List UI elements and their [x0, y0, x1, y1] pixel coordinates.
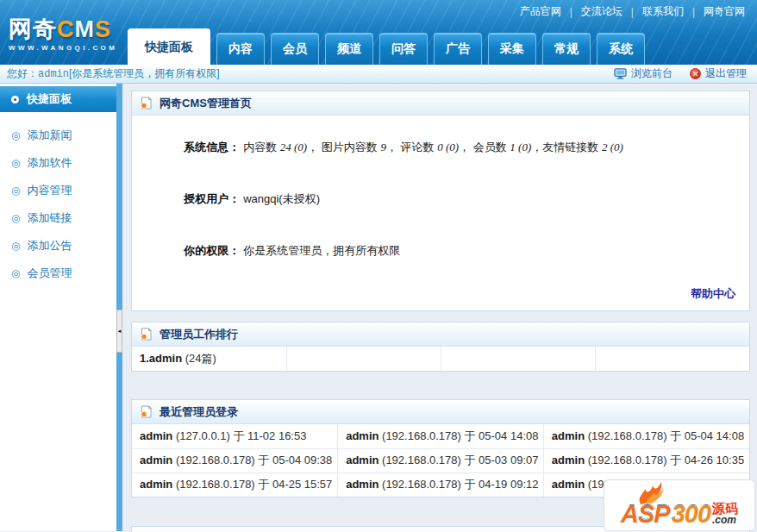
- login-entry: admin (192.168.0.178) 于 04-19 09:12: [338, 473, 544, 497]
- top-links: 产品官网 | 交流论坛 | 联系我们 | 网奇官网: [520, 4, 745, 19]
- auth-user-line: 授权用户：wangqi(未授权): [153, 178, 734, 220]
- logo-subtitle: WWW.WANGQI.COM: [9, 45, 117, 52]
- panel-title: 网奇CMS管理首页: [160, 96, 252, 111]
- tab-member[interactable]: 会员: [271, 33, 319, 65]
- sidebar-item-add-news[interactable]: ◎ 添加新闻: [0, 122, 116, 148]
- radio-bullet-icon: [11, 96, 19, 103]
- login-entry: admin (192.168.0.178) 于 04-26 10:35: [543, 448, 749, 473]
- top-link-product-site[interactable]: 产品官网: [520, 4, 561, 19]
- asp-logo-com: .com: [712, 515, 736, 525]
- top-link-separator: |: [692, 6, 695, 18]
- top-link-forum[interactable]: 交流论坛: [581, 4, 622, 19]
- ranking-cell: 1.admin (24篇): [132, 347, 286, 371]
- panel-cms-home: 网奇CMS管理首页 系统信息：内容数 24 (0)， 图片内容数 9， 评论数 …: [131, 91, 750, 311]
- login-entry: admin (192.168.0.178) 于 05-04 14:08: [543, 424, 749, 448]
- monitor-icon: [614, 68, 627, 79]
- help-center-link[interactable]: 帮助中心: [691, 287, 735, 300]
- bullseye-icon: ◎: [11, 241, 20, 251]
- top-link-contact[interactable]: 联系我们: [642, 4, 684, 19]
- login-entry: admin (127.0.0.1) 于 11-02 16:53: [132, 424, 338, 448]
- top-link-separator: |: [570, 6, 572, 18]
- ranking-cell: [595, 347, 749, 371]
- top-link-official-site[interactable]: 网奇官网: [704, 4, 745, 19]
- asp-logo-text: ASP: [621, 503, 670, 525]
- panel-title: 管理员工作排行: [160, 327, 238, 342]
- sidebar-item-add-notice[interactable]: ◎ 添加公告: [0, 233, 116, 259]
- panel-title: 最近管理员登录: [160, 404, 238, 420]
- sidebar-collapse-handle[interactable]: ◄: [116, 310, 122, 353]
- asp300-logo[interactable]: ASP300 源码 .com: [604, 479, 755, 531]
- logo-text-cn: 网奇: [9, 16, 57, 42]
- panel-admin-ranking: 管理员工作排行 1.admin (24篇): [131, 322, 750, 372]
- logo-letter-s: S: [95, 16, 111, 42]
- login-entry: admin (192.168.0.178) 于 05-04 14:08: [338, 424, 544, 448]
- app-header: 产品官网 | 交流论坛 | 联系我们 | 网奇官网 网奇CMS WWW.WANG…: [0, 0, 757, 65]
- bullseye-icon: ◎: [11, 130, 20, 141]
- main-nav-tabs: 快捷面板 内容 会员 频道 问答 广告 采集 常规 系统: [128, 28, 645, 65]
- bullseye-icon: ◎: [11, 268, 20, 279]
- greeting-text: 您好：admin[你是系统管理员，拥有所有权限]: [7, 66, 220, 81]
- login-entry: admin (192.168.0.178) 于 05-03 09:07: [338, 448, 544, 473]
- top-link-separator: |: [631, 6, 634, 18]
- asp-logo-number: 300: [672, 503, 710, 525]
- table-row: admin (127.0.0.1) 于 11-02 16:53 admin (1…: [132, 424, 749, 448]
- ranking-table: 1.admin (24篇): [132, 347, 749, 371]
- tab-qa[interactable]: 问答: [379, 33, 428, 65]
- sidebar: 快捷面板 ◎ 添加新闻 ◎ 添加软件 ◎ 内容管理 ◎ 添加链接 ◎ 添加公告: [0, 84, 116, 531]
- bullseye-icon: ◎: [11, 158, 20, 168]
- tab-content[interactable]: 内容: [216, 33, 265, 65]
- ranking-cell: [441, 347, 595, 371]
- asp-logo-cn: 源码: [712, 502, 738, 515]
- collapse-arrow-icon: ◄: [117, 329, 122, 334]
- sidebar-item-member-manage[interactable]: ◎ 会员管理: [0, 260, 116, 286]
- document-icon: [140, 405, 153, 418]
- logo-letter-m: M: [75, 16, 96, 42]
- tab-general[interactable]: 常规: [542, 33, 591, 65]
- logout-link[interactable]: ✕ 退出管理: [690, 66, 747, 81]
- tab-quick-panel[interactable]: 快捷面板: [128, 28, 210, 65]
- main-content: 网奇CMS管理首页 系统信息：内容数 24 (0)， 图片内容数 9， 评论数 …: [122, 84, 757, 531]
- tab-channel[interactable]: 频道: [325, 33, 373, 65]
- login-entry: admin (192.168.0.178) 于 05-04 09:38: [132, 448, 338, 473]
- system-info-line: 系统信息：内容数 24 (0)， 图片内容数 9， 评论数 0 (0)， 会员数…: [153, 127, 734, 168]
- current-username: admin: [38, 68, 69, 80]
- tab-ads[interactable]: 广告: [434, 33, 482, 65]
- browse-frontend-link[interactable]: 浏览前台: [614, 66, 673, 81]
- tab-collect[interactable]: 采集: [488, 33, 536, 65]
- user-status-bar: 您好：admin[你是系统管理员，拥有所有权限] 浏览前台 ✕ 退出管理: [0, 65, 757, 84]
- flame-icon: [629, 482, 680, 504]
- login-entry: admin (192.168.0.178) 于 04-25 15:57: [132, 473, 338, 497]
- tab-system[interactable]: 系统: [597, 33, 645, 65]
- table-row: admin (192.168.0.178) 于 05-04 09:38 admi…: [132, 448, 749, 473]
- sidebar-splitter[interactable]: ◄: [116, 84, 122, 531]
- wangqi-cms-logo: 网奇CMS WWW.WANGQI.COM: [9, 18, 117, 52]
- document-icon: [140, 97, 153, 110]
- sidebar-item-add-link[interactable]: ◎ 添加链接: [0, 205, 116, 231]
- document-icon: [140, 328, 153, 341]
- table-row: 1.admin (24篇): [132, 347, 749, 371]
- ranking-cell: [286, 347, 441, 371]
- bullseye-icon: ◎: [11, 213, 20, 223]
- logo-letter-c: C: [57, 16, 75, 42]
- logout-x-icon: ✕: [690, 68, 701, 79]
- bullseye-icon: ◎: [11, 185, 20, 196]
- permission-line: 你的权限：你是系统管理员，拥有所有权限: [153, 230, 734, 272]
- sidebar-header-quick-panel[interactable]: 快捷面板: [0, 86, 116, 112]
- sidebar-item-add-software[interactable]: ◎ 添加软件: [0, 150, 116, 176]
- sidebar-item-content-manage[interactable]: ◎ 内容管理: [0, 178, 116, 203]
